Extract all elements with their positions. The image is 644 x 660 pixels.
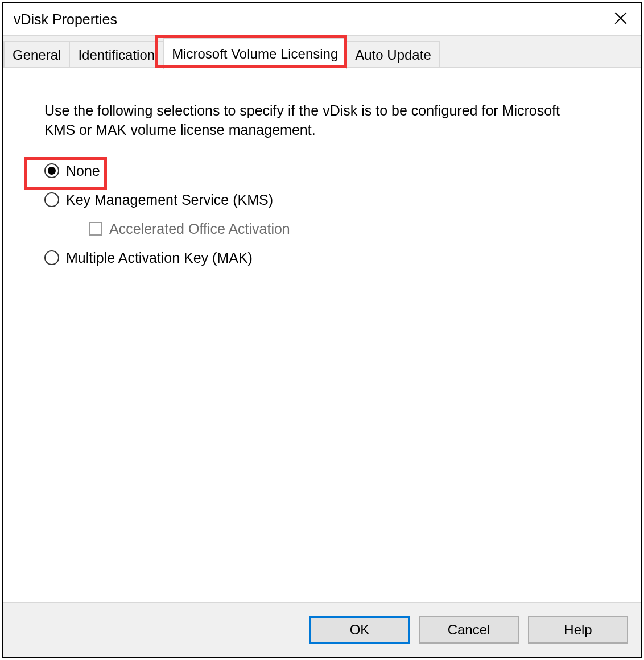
tab-strip: General Identification Microsoft Volume …	[3, 36, 641, 69]
radio-icon	[44, 250, 59, 265]
checkbox-accelerated-activation: Accelerated Office Activation	[44, 221, 600, 237]
tab-label: Identification	[78, 47, 155, 63]
description-text: Use the following selections to specify …	[44, 101, 585, 140]
tab-content: Use the following selections to specify …	[3, 69, 641, 602]
radio-option-none[interactable]: None	[44, 163, 600, 179]
tab-label: General	[13, 47, 61, 63]
dialog-footer: OK Cancel Help	[3, 602, 641, 657]
tab-microsoft-volume-licensing[interactable]: Microsoft Volume Licensing	[163, 38, 347, 69]
tab-identification[interactable]: Identification	[69, 41, 164, 68]
checkbox-label: Accelerated Office Activation	[109, 221, 290, 237]
close-button[interactable]	[608, 9, 634, 31]
window-title: vDisk Properties	[14, 11, 117, 28]
checkbox-icon	[89, 222, 102, 236]
radio-option-kms[interactable]: Key Management Service (KMS)	[44, 192, 600, 208]
dialog-window: vDisk Properties General Identification …	[2, 2, 642, 658]
title-bar: vDisk Properties	[3, 3, 641, 36]
button-label: OK	[350, 622, 370, 638]
button-label: Help	[564, 622, 592, 638]
close-icon	[613, 11, 628, 26]
tab-general[interactable]: General	[3, 41, 70, 68]
help-button[interactable]: Help	[528, 616, 628, 644]
radio-icon	[44, 192, 59, 207]
tab-label: Auto Update	[355, 47, 431, 63]
tab-auto-update[interactable]: Auto Update	[346, 41, 440, 68]
radio-label: None	[66, 163, 100, 179]
radio-label: Multiple Activation Key (MAK)	[66, 250, 253, 266]
button-label: Cancel	[448, 622, 490, 638]
radio-option-mak[interactable]: Multiple Activation Key (MAK)	[44, 250, 600, 266]
licensing-radio-group: None Key Management Service (KMS) Accele…	[44, 163, 600, 266]
ok-button[interactable]: OK	[309, 616, 410, 644]
cancel-button[interactable]: Cancel	[419, 616, 519, 644]
radio-icon	[44, 163, 59, 178]
tab-label: Microsoft Volume Licensing	[172, 46, 338, 62]
radio-label: Key Management Service (KMS)	[66, 192, 273, 208]
